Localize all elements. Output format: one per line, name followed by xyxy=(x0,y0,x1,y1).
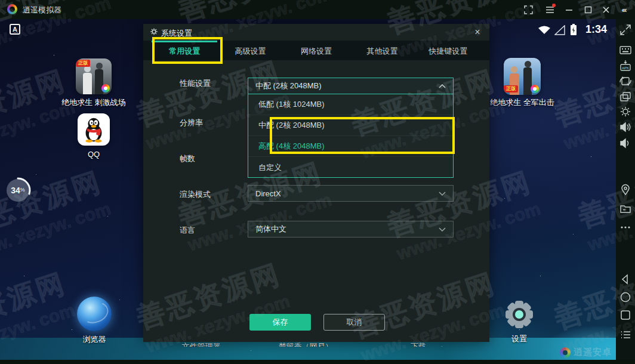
fullscreen-button[interactable] xyxy=(522,3,535,16)
clipped-app-label: 文件管理器 xyxy=(165,341,237,347)
chevron-down-icon xyxy=(439,192,446,196)
battery-charging-icon xyxy=(570,24,577,35)
app-qq[interactable]: QQ xyxy=(46,113,141,159)
pubg-cjzc-icon: 正版 xyxy=(76,58,112,94)
volume-up-icon[interactable] xyxy=(619,121,631,133)
close-window-button[interactable] xyxy=(599,3,612,16)
toolbar-sidebar: APK xyxy=(616,19,635,360)
signal-icon xyxy=(554,25,566,35)
fullscreen-icon[interactable] xyxy=(619,24,631,36)
window-title: 逍遥模拟器 xyxy=(23,5,61,16)
save-button[interactable]: 保存 xyxy=(249,314,311,331)
ime-indicator-badge: A... xyxy=(10,24,20,35)
wifi-icon xyxy=(538,25,551,35)
settings-icon[interactable] xyxy=(619,106,631,118)
performance-label: 性能设置 xyxy=(180,78,211,89)
tab-advanced-settings[interactable]: 高级设置 xyxy=(217,41,283,60)
qq-icon xyxy=(78,113,110,146)
browser-icon xyxy=(77,297,112,331)
cancel-button[interactable]: 取消 xyxy=(323,314,385,331)
language-label: 语言 xyxy=(180,225,195,236)
clipped-app-label: 楚留香（网易） xyxy=(258,341,353,347)
recents-icon[interactable] xyxy=(619,309,631,321)
fps-label: 帧数 xyxy=(180,153,195,164)
system-settings-dialog: 系统设置 × 常用设置 高级设置 网络设置 其他设置 快捷键设置 性能设置 分辨… xyxy=(143,24,489,342)
multi-window-icon[interactable] xyxy=(619,91,631,103)
app-pubg-cijizhanchang[interactable]: 正版 绝地求生 刺激战场 xyxy=(46,58,141,108)
chevron-up-icon xyxy=(439,84,446,88)
titlebar: 逍遥模拟器 ‹‹‹ xyxy=(0,0,635,19)
collapse-sidebar-button[interactable]: ‹‹‹ xyxy=(617,3,630,16)
apk-install-icon[interactable]: APK xyxy=(619,60,631,72)
option-low[interactable]: 低配 (1核 1024MB) xyxy=(248,94,453,115)
store-badge-icon xyxy=(531,85,539,93)
minimize-button[interactable] xyxy=(562,3,575,16)
volume-down-icon[interactable] xyxy=(619,137,631,149)
gear-icon xyxy=(150,27,158,36)
location-icon[interactable] xyxy=(619,184,631,196)
chevron-down-icon xyxy=(439,227,446,232)
app-browser[interactable]: 浏览器 xyxy=(47,297,142,345)
option-custom[interactable]: 自定义 xyxy=(248,157,453,178)
memu-logo-icon xyxy=(7,4,17,14)
performance-select[interactable]: 中配 (2核 2048MB) xyxy=(248,78,454,94)
bottom-edge-bar xyxy=(0,360,635,364)
maximize-button[interactable] xyxy=(581,3,594,16)
stars xyxy=(0,19,1,20)
dialog-close-button[interactable]: × xyxy=(471,26,483,38)
svg-text:APK: APK xyxy=(622,66,629,70)
clock: 1:34 xyxy=(585,23,607,36)
render-mode-label: 渲染模式 xyxy=(180,189,211,200)
memu-logo-icon xyxy=(560,347,571,358)
notification-dot xyxy=(552,4,556,7)
back-icon[interactable] xyxy=(619,273,631,285)
shake-icon[interactable] xyxy=(619,75,631,87)
tab-hotkey-settings[interactable]: 快捷键设置 xyxy=(415,41,481,60)
memu-corner-brand: 逍遥安卓 xyxy=(560,347,612,358)
highlight-box-options xyxy=(270,117,455,154)
more-icon[interactable] xyxy=(619,221,631,233)
home-icon[interactable] xyxy=(619,291,631,303)
highlight-box-common-tab xyxy=(152,37,223,64)
menu-button[interactable] xyxy=(543,3,556,16)
store-badge-icon xyxy=(101,84,110,92)
settings-gear-icon xyxy=(504,299,535,330)
task-list-icon[interactable] xyxy=(619,329,631,341)
shared-folder-icon[interactable] xyxy=(619,203,631,215)
tab-other-settings[interactable]: 其他设置 xyxy=(349,41,415,60)
language-select[interactable]: 简体中文 xyxy=(248,221,454,237)
emulator-window: A... 1:34 正版 绝地求生 刺激战场 xyxy=(0,0,635,364)
loading-progress-badge: 34% xyxy=(5,177,33,206)
clipped-app-label: 下载 xyxy=(394,341,442,347)
render-mode-select[interactable]: DirectX xyxy=(248,185,454,202)
pubg-qjcj-icon: 正版 xyxy=(504,58,541,95)
resolution-label: 分辨率 xyxy=(180,118,203,128)
tab-network-settings[interactable]: 网络设置 xyxy=(283,41,349,60)
keyboard-icon[interactable] xyxy=(619,44,631,56)
